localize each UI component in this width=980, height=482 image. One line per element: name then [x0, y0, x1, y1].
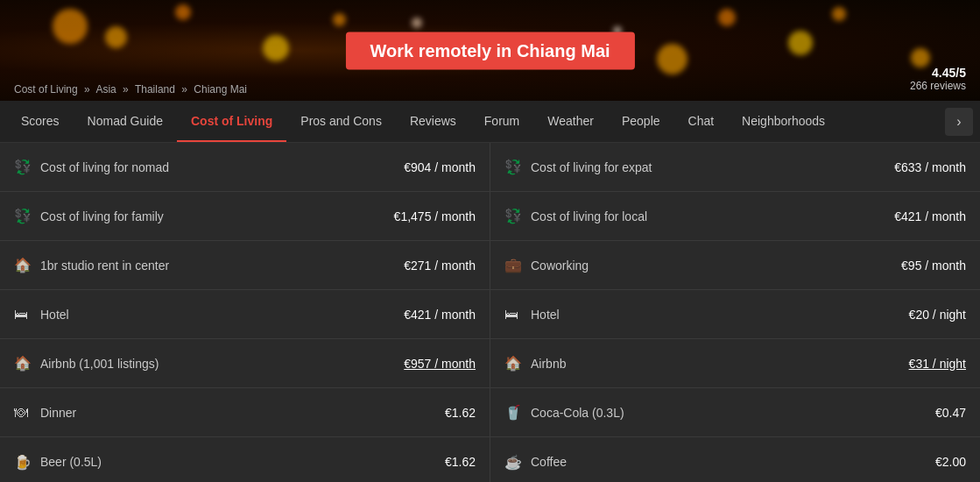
tab-chat[interactable]: Chat: [674, 101, 729, 143]
tab-forum[interactable]: Forum: [470, 101, 533, 143]
row-value: €271 / month: [404, 259, 476, 273]
row-value: €95 / month: [901, 259, 966, 273]
bokeh-light: [53, 9, 88, 44]
row-icon: 🥤: [504, 404, 522, 421]
row-label: Cost of living for nomad: [40, 160, 404, 174]
table-row: 🏠 1br studio rent in center €271 / month: [0, 241, 490, 290]
row-icon: 🏠: [14, 355, 32, 372]
bokeh-light: [788, 31, 813, 55]
bokeh-light: [333, 13, 346, 26]
table-row: 💱 Cost of living for family €1,475 / mon…: [0, 192, 490, 241]
row-icon: ☕: [504, 454, 522, 471]
row-label: Cost of living for local: [531, 209, 894, 223]
row-value: €1.62: [445, 455, 476, 469]
row-value: €633 / month: [894, 160, 966, 174]
rating-box: 4.45/5 266 reviews: [910, 66, 966, 92]
hero-section: Work remotely in Chiang Mai Cost of Livi…: [0, 0, 980, 101]
row-icon: 🛏: [504, 307, 522, 323]
nav-next-arrow[interactable]: ›: [945, 108, 973, 136]
row-label: Cost of living for family: [40, 209, 394, 223]
bokeh-light: [832, 7, 846, 21]
row-label: Hotel: [40, 308, 404, 322]
tab-pros-and-cons[interactable]: Pros and Cons: [286, 101, 396, 143]
row-icon: 🍺: [14, 454, 32, 471]
row-label: 1br studio rent in center: [40, 259, 404, 273]
row-icon: 🏠: [14, 257, 32, 273]
tab-weather[interactable]: Weather: [533, 101, 608, 143]
table-row: 🛏 Hotel €20 / night: [490, 290, 980, 339]
tab-cost-of-living[interactable]: Cost of Living: [177, 101, 286, 143]
bokeh-light: [911, 48, 930, 67]
table-row: 🛏 Hotel €421 / month: [0, 290, 490, 339]
breadcrumb-separator: »: [181, 83, 187, 96]
table-row: 🥤 Coca-Cola (0.3L) €0.47: [490, 388, 980, 437]
breadcrumb-separator: »: [84, 83, 90, 96]
reviews-count: 266 reviews: [910, 80, 966, 92]
row-value: €957 / month: [404, 357, 476, 371]
row-value: €2.00: [935, 455, 966, 469]
breadcrumb-asia[interactable]: Asia: [95, 83, 116, 96]
row-value: €904 / month: [404, 160, 476, 174]
breadcrumb-separator: »: [123, 83, 129, 96]
table-row: ☕ Coffee €2.00: [490, 437, 980, 482]
row-label: Hotel: [531, 308, 909, 322]
row-icon: 💱: [14, 159, 32, 175]
bokeh-light: [263, 35, 289, 61]
row-icon: 💱: [14, 208, 32, 224]
table-row: 🍺 Beer (0.5L) €1.62: [0, 437, 490, 482]
tab-nomad-guide[interactable]: Nomad Guide: [74, 101, 177, 143]
row-value: €20 / night: [909, 308, 966, 322]
row-label: Cost of living for expat: [531, 160, 894, 174]
breadcrumb-thailand[interactable]: Thailand: [135, 83, 175, 96]
table-row: 💱 Cost of living for nomad €904 / month: [0, 143, 490, 192]
table-row: 🍽 Dinner €1.62: [0, 388, 490, 437]
table-row: 💱 Cost of living for expat €633 / month: [490, 143, 980, 192]
bokeh-light: [718, 9, 736, 26]
breadcrumb-chiang-mai[interactable]: Chiang Mai: [194, 83, 247, 96]
row-label: Airbnb: [531, 357, 909, 371]
row-icon: 🍽: [14, 405, 32, 421]
tab-reviews[interactable]: Reviews: [396, 101, 470, 143]
bokeh-light: [412, 18, 422, 28]
row-icon: 🏠: [504, 355, 522, 372]
row-label: Coworking: [531, 259, 901, 273]
row-label: Coffee: [531, 455, 935, 469]
hero-title-button[interactable]: Work remotely in Chiang Mai: [345, 32, 634, 69]
table-row: 🏠 Airbnb (1,001 listings) €957 / month: [0, 339, 490, 388]
tab-scores[interactable]: Scores: [7, 101, 74, 143]
table-row: 💼 Coworking €95 / month: [490, 241, 980, 290]
row-icon: 🛏: [14, 307, 32, 323]
right-column: 💱 Cost of living for expat €633 / month …: [490, 143, 980, 482]
bokeh-light: [105, 26, 127, 48]
rating-score: 4.45/5: [910, 66, 966, 80]
row-value: €1,475 / month: [394, 209, 476, 223]
left-column: 💱 Cost of living for nomad €904 / month …: [0, 143, 490, 482]
bokeh-light: [657, 44, 687, 74]
row-label: Beer (0.5L): [40, 455, 445, 469]
table-row: 🏠 Airbnb €31 / night: [490, 339, 980, 388]
bokeh-light: [175, 4, 191, 20]
tab-neighborhoods[interactable]: Neighborhoods: [728, 101, 839, 143]
row-value: €31 / night: [909, 357, 966, 371]
row-icon: 💱: [504, 159, 522, 175]
row-icon: 💼: [504, 257, 522, 273]
content-area: 💱 Cost of living for nomad €904 / month …: [0, 143, 980, 482]
row-value: €1.62: [445, 406, 476, 420]
row-label: Coca-Cola (0.3L): [531, 406, 935, 420]
row-value: €0.47: [935, 406, 966, 420]
nav-tabs: Scores Nomad Guide Cost of Living Pros a…: [0, 101, 980, 143]
row-label: Airbnb (1,001 listings): [40, 357, 404, 371]
breadcrumb: Cost of Living » Asia » Thailand » Chian…: [14, 83, 247, 96]
breadcrumb-cost-of-living[interactable]: Cost of Living: [14, 83, 78, 96]
row-value: €421 / month: [404, 308, 476, 322]
row-label: Dinner: [40, 406, 445, 420]
table-row: 💱 Cost of living for local €421 / month: [490, 192, 980, 241]
row-icon: 💱: [504, 208, 522, 224]
row-value: €421 / month: [894, 209, 966, 223]
tab-people[interactable]: People: [608, 101, 674, 143]
